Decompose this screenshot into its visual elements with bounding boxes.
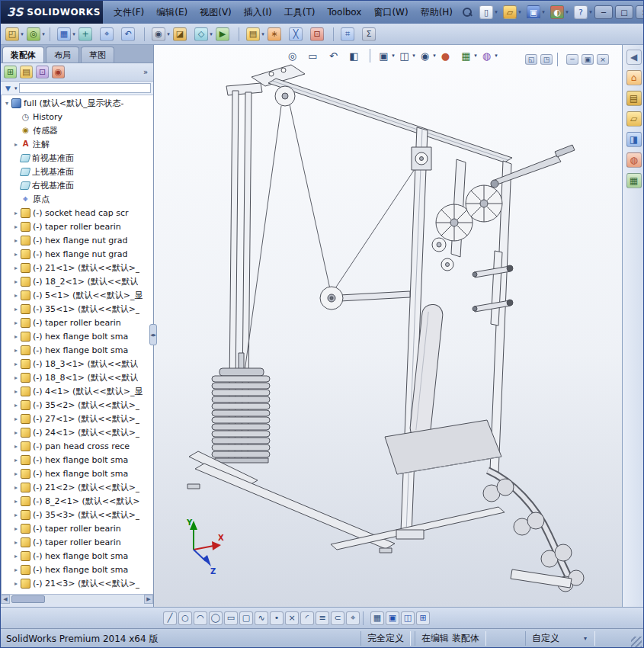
sketch-slot-icon[interactable]: ▢ — [239, 611, 253, 625]
exploded-view-icon[interactable]: ∗ — [268, 27, 287, 41]
tree-item[interactable]: (-) hex flange bolt sma — [2, 329, 153, 343]
tree-item[interactable]: (-) 5<1> (默认<<默认>_显 — [2, 288, 153, 302]
explode-line-sketch-icon[interactable]: ╳ — [289, 27, 309, 41]
display-style-icon[interactable]: ◫ — [398, 49, 417, 63]
view-orientation-icon[interactable]: ▣ — [377, 49, 396, 63]
insert-components-icon[interactable]: ◰ — [5, 27, 25, 41]
tree-item[interactable]: (-) 4<1> (默认<<默认>_显 — [2, 384, 153, 398]
grid-settings-icon[interactable]: ▦ — [370, 611, 384, 625]
assembly-features-icon[interactable]: ◪ — [173, 27, 193, 41]
doc-next-window-icon[interactable]: ◳ — [540, 53, 553, 66]
zoom-area-icon[interactable]: ▭ — [306, 49, 325, 63]
smart-fasteners-icon[interactable]: + — [78, 27, 98, 41]
viewport-single-icon[interactable]: ▣ — [386, 611, 399, 625]
sketch-convert-entities-icon[interactable]: ⊂ — [331, 611, 344, 625]
resize-grip[interactable] — [631, 637, 642, 647]
view-palette-icon[interactable]: ◨ — [626, 132, 642, 147]
new-motion-study-icon[interactable]: ▶ — [216, 27, 235, 41]
tree-item[interactable]: 注解 — [2, 137, 153, 151]
tree-item[interactable]: (-) taper roller bearin — [2, 521, 153, 535]
tree-item[interactable]: (-) 8_2<1> (默认<<默认> — [2, 494, 153, 508]
home-icon[interactable]: ⌂ — [626, 70, 642, 85]
linear-component-pattern-icon[interactable]: ▦ — [57, 27, 77, 41]
configurationmanager-tab-icon[interactable]: ⊡ — [36, 66, 49, 79]
featuremanager-tab-icon[interactable]: ⊞ — [4, 66, 17, 79]
tree-item[interactable]: (-) 35<3> (默认<<默认>_ — [2, 508, 153, 521]
window-maximize-button[interactable]: □ — [615, 5, 633, 19]
window-minimize-button[interactable]: ─ — [594, 5, 613, 19]
tree-item[interactable]: 前视基准面 — [2, 151, 153, 165]
viewport-four-view-icon[interactable]: ⊞ — [416, 611, 430, 625]
menu-item[interactable]: 窗口(W) — [367, 3, 414, 22]
tree-item[interactable]: (-) 35<1> (默认<<默认>_ — [2, 302, 153, 316]
tree-item[interactable]: (-) 35<2> (默认<<默认>_ — [2, 398, 153, 412]
menu-item[interactable]: Toolbox — [321, 4, 367, 21]
view-settings-icon[interactable]: ◍ — [480, 49, 499, 63]
move-component-icon[interactable]: ⌖ — [100, 27, 120, 41]
menu-item[interactable]: 工具(T) — [278, 3, 322, 22]
reference-geometry-icon[interactable]: ◇ — [194, 27, 214, 41]
menu-item[interactable]: 帮助(H) — [415, 3, 459, 22]
options-icon[interactable]: ◐ — [550, 5, 570, 19]
bill-of-materials-icon[interactable]: ▤ — [246, 27, 266, 41]
design-library-icon[interactable]: ▤ — [626, 91, 642, 106]
sketch-circle-icon[interactable]: ○ — [178, 611, 192, 625]
appearances-icon[interactable]: ◍ — [626, 152, 642, 168]
zoom-fit-icon[interactable]: ◎ — [286, 49, 305, 63]
doc-close-icon[interactable]: × — [597, 53, 609, 66]
filter-icon[interactable] — [3, 83, 13, 93]
tree-item[interactable]: (-) 18_2<1> (默认<<默认 — [2, 274, 153, 288]
scroll-right-icon[interactable] — [144, 595, 153, 604]
displaymanager-tab-icon[interactable]: ◉ — [52, 66, 65, 79]
menu-item[interactable]: 文件(F) — [107, 3, 150, 22]
command-tab[interactable]: 草图 — [81, 47, 114, 63]
doc-prev-window-icon[interactable]: ◱ — [525, 53, 537, 66]
tree-item[interactable]: (-) hex flange bolt sma — [2, 453, 153, 467]
tree-item[interactable]: (-) 21<1> (默认<<默认>_ — [2, 261, 153, 274]
tree-item[interactable]: (-) hex flange nut grad — [2, 233, 153, 247]
tree-item[interactable]: 上视基准面 — [2, 165, 153, 178]
sketch-point-icon[interactable]: • — [270, 611, 284, 625]
window-close-button[interactable]: × — [636, 5, 644, 19]
search-icon[interactable] — [462, 7, 473, 18]
tree-item[interactable]: (-) socket head cap scr — [2, 206, 153, 220]
command-tab[interactable]: 装配体 — [2, 47, 44, 63]
menu-item[interactable]: 插入(I) — [238, 3, 278, 22]
task-pane-collapse-icon[interactable]: ◀ — [626, 50, 642, 65]
sketch-rectangle-icon[interactable]: ▭ — [224, 611, 238, 625]
sketch-dimension-icon[interactable]: ⌖ — [346, 611, 360, 625]
tree-root[interactable]: full (默认<默认_显示状态- — [2, 96, 153, 110]
tree-item[interactable]: (-) 18_8<1> (默认<<默认 — [2, 371, 153, 384]
file-explorer-icon[interactable]: ▱ — [626, 111, 642, 127]
show-hidden-components-icon[interactable]: ◉ — [152, 27, 171, 41]
tree-item[interactable]: (-) hex flange bolt sma — [2, 343, 153, 357]
status-custom-dropdown[interactable]: 自定义 — [525, 631, 595, 646]
tree-horizontal-scrollbar[interactable] — [1, 594, 153, 603]
tree-item[interactable]: (-) 21<2> (默认<<默认>_ — [2, 480, 153, 494]
tree-item[interactable]: (-) hex flange bolt sma — [2, 467, 153, 480]
custom-properties-icon[interactable]: ▦ — [626, 173, 642, 188]
viewport-canvas[interactable]: Y X Z — [154, 45, 622, 607]
tree-item[interactable]: (-) 21<3> (默认<<默认>_ — [2, 576, 153, 590]
tree-item[interactable]: (-) hex flange bolt sma — [2, 563, 153, 576]
apply-scene-icon[interactable]: ▦ — [460, 49, 479, 63]
tree-item[interactable]: 原点 — [2, 192, 153, 206]
tree-item[interactable]: (-) taper roller bearin — [2, 316, 153, 329]
new-document-icon[interactable]: ▯ — [479, 5, 499, 19]
mass-properties-icon[interactable]: Σ — [362, 27, 382, 41]
tree-item[interactable]: (-) 27<1> (默认<<默认>_ — [2, 412, 153, 425]
rotate-component-icon[interactable]: ↶ — [121, 27, 141, 41]
tree-item[interactable]: (-) 18_3<1> (默认<<默认 — [2, 357, 153, 371]
tree-item[interactable]: (-) pan head cross rece — [2, 439, 153, 453]
tree-item[interactable]: (-) hex flange nut grad — [2, 247, 153, 261]
edit-appearance-icon[interactable]: ● — [439, 49, 458, 63]
tree-item[interactable]: History — [2, 110, 153, 124]
open-icon[interactable]: ▱ — [503, 5, 523, 19]
tree-item[interactable]: (-) taper roller bearin — [2, 220, 153, 233]
menu-item[interactable]: 编辑(E) — [150, 3, 194, 22]
tree-item[interactable]: 右视基准面 — [2, 178, 153, 192]
propertymanager-tab-icon[interactable]: ▤ — [20, 66, 33, 79]
sketch-spline-icon[interactable]: ∿ — [255, 611, 268, 625]
doc-restore-icon[interactable]: ▣ — [582, 53, 594, 66]
panel-splitter-handle[interactable] — [149, 324, 157, 345]
